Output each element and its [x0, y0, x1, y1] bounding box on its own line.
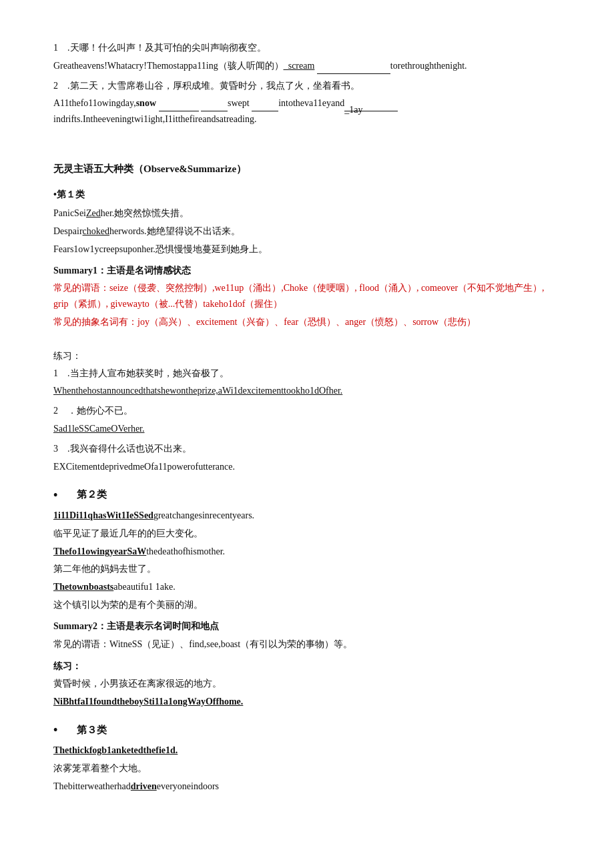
ex2-2-eng: Thefo11owingyearSaW	[53, 546, 146, 556]
practice-1-3-english: EXCitementdeprivedmeOfa11powerofutteranc…	[53, 459, 561, 475]
driven-word: driven	[131, 781, 157, 791]
practice-1-1-num: 1 .当主持人宣布她获奖时，她兴奋极了。	[53, 366, 561, 382]
summary-2-verbs: 常见的谓语：WitneSS（见证）、find,see,boast（有引以为荣的事…	[53, 636, 561, 653]
ex2-3-eng: Thetownboasts	[53, 582, 113, 592]
exercise-2-english: A11thefo11owingday,snow swept intotheva1…	[53, 95, 561, 127]
class-2-example-1-english: 1i11Di11qhasWit1IeSSedgreatchangesinrece…	[53, 508, 561, 524]
class-3-example-1-english: Thethickfogb1anketedthefie1d.	[53, 743, 561, 759]
blank-line-1	[317, 65, 390, 74]
class-3-example-2-english: Thebitterweatherhaddriveneveryoneindoors	[53, 779, 561, 795]
blank-2d: _1ay	[344, 102, 371, 111]
exercise-1-num: 1 .天哪！什么叫声！及其可怕的尖叫声响彻夜空。	[53, 40, 561, 56]
blank-2c	[252, 102, 278, 111]
gap-2	[53, 332, 561, 342]
inline-text: i1ight,I1itthefireandsatreading.	[141, 114, 256, 124]
summary-1-nouns: 常见的抽象名词有：joy（高兴）、excitement（兴奋）、fear（恐惧）…	[53, 314, 561, 330]
exercise-1-english: Greatheavens!Whatacry!Themostappa11ing（骇…	[53, 58, 561, 74]
class-3-title: • 第３类	[53, 722, 561, 739]
snow-word: snow	[136, 98, 156, 108]
class-1-section: •第１类 PanicSeiZedher.她突然惊慌失措。 Despairchok…	[53, 187, 561, 474]
class-3-label: 第３类	[67, 722, 107, 739]
intro-section: 1 .天哪！什么叫声！及其可怕的尖叫声响彻夜空。 Greatheavens!Wh…	[53, 40, 561, 127]
practice-1-label: 练习：	[53, 348, 561, 364]
ex3-1-eng: Thethickfogb1anketedthefie1d.	[53, 745, 178, 755]
exercise-2: 2 .第二天，大雪席卷山谷，厚积成堆。黄昏时分，我点了火，坐着看书。 A11th…	[53, 78, 561, 127]
summary-1-title: Summary1：主语是名词情感状态	[53, 263, 561, 279]
practice-2-chinese: 黄昏时候，小男孩还在离家很远的地方。	[53, 676, 561, 692]
practice-1-2-num: 2 ．她伤心不已。	[53, 403, 561, 419]
class-1-example-2: Despairchokedherwords.她绝望得说不出话来。	[53, 224, 561, 240]
seizedher: Zed	[86, 208, 101, 218]
bullet-dot-3: •	[53, 724, 57, 736]
blank-2b	[201, 102, 228, 111]
practice-1-1-english: Whenthehostannouncedthatshewontheprize,a…	[53, 383, 561, 399]
gap-1	[53, 139, 561, 149]
page-content: 1 .天哪！什么叫声！及其可怕的尖叫声响彻夜空。 Greatheavens!Wh…	[53, 40, 561, 795]
class-3-example-1-chinese: 浓雾笼罩着整个大地。	[53, 761, 561, 777]
practice-1-item-1: 1 .当主持人宣布她获奖时，她兴奋极了。 Whenthehostannounce…	[53, 366, 561, 400]
class-1-example-3: Fears1ow1ycreepsuponher.恐惧慢慢地蔓延到她身上。	[53, 242, 561, 258]
class-2-example-2-english: Thefo11owingyearSaWthedeathofhismother.	[53, 544, 561, 560]
blank-2e	[371, 102, 398, 111]
class-1-title: •第１类	[53, 187, 561, 203]
practice-1-item-3: 3 .我兴奋得什么话也说不出来。 EXCitementdeprivedmeOfa…	[53, 441, 561, 475]
bullet-dot-2: •	[53, 489, 57, 501]
class-3-section: • 第３类 Thethickfogb1anketedthefie1d. 浓雾笼罩…	[53, 722, 561, 795]
exercise-2-num: 2 .第二天，大雪席卷山谷，厚积成堆。黄昏时分，我点了火，坐着看书。	[53, 78, 561, 94]
practice-2-label: 练习：	[53, 659, 561, 675]
ex2-1-eng: 1i11Di11qhasWit1IeSSed	[53, 510, 154, 520]
class-2-title: • 第２类	[53, 486, 561, 504]
practice-1-item-2: 2 ．她伤心不已。 Sad1leSSCameOVerher.	[53, 403, 561, 437]
exercise-1: 1 .天哪！什么叫声！及其可怕的尖叫声响彻夜空。 Greatheavens!Wh…	[53, 40, 561, 74]
practice-1-3-num: 3 .我兴奋得什么话也说不出来。	[53, 441, 561, 457]
practice-1-2-english: Sad1leSSCameOVerher.	[53, 421, 561, 437]
summary-1-verbs: 常见的谓语：seize（侵袭、突然控制）,we11up（涌出）,Choke（使哽…	[53, 280, 561, 312]
class-2-label: 第２类	[67, 486, 107, 504]
class-2-example-2-chinese: 第二年他的妈妈去世了。	[53, 561, 561, 577]
chokedher: choked	[83, 226, 109, 236]
class-1-example-1: PanicSeiZedher.她突然惊慌失措。	[53, 205, 561, 222]
summary-2-title: Summary2：主语是表示名词时间和地点	[53, 618, 561, 634]
practice-2-english: NiBhtfaI1foundtheboySti11a1ongWayOffhome…	[53, 694, 561, 710]
main-section-title: 无灵主语五大种类（Observe&Summarize）	[53, 161, 561, 178]
blank-2a	[159, 102, 199, 111]
class-2-example-3-chinese: 这个镇引以为荣的是有个美丽的湖。	[53, 597, 561, 613]
class-2-example-3-english: Thetownboastsabeautifu1 1ake.	[53, 579, 561, 595]
class-2-example-1-chinese: 临平见证了最近几年的的巨大变化。	[53, 526, 561, 542]
class-2-section: • 第２类 1i11Di11qhasWit1IeSSedgreatchanges…	[53, 486, 561, 709]
blank-scream: _scream	[284, 61, 315, 71]
